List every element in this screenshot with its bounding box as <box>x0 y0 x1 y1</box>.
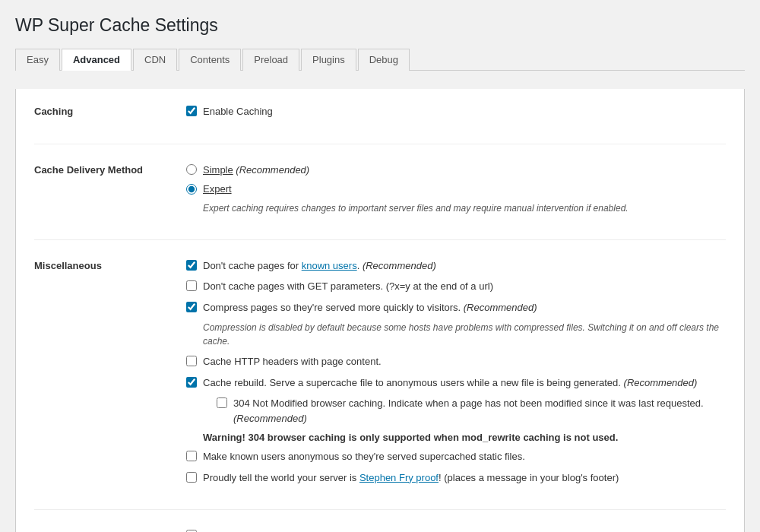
cache-rebuild-text: Cache rebuild. Serve a supercache file t… <box>203 375 697 391</box>
compress-hint: Compression is disabled by default becau… <box>203 321 726 348</box>
tab-plugins[interactable]: Plugins <box>301 49 356 71</box>
simple-label: Simple (Recommended) <box>203 163 309 178</box>
caching-section: Caching Enable Caching <box>34 104 726 144</box>
no-cache-known-users-row: Don't cache pages for known users. (Reco… <box>186 258 726 274</box>
miscellaneous-label: Miscellaneous <box>34 258 186 492</box>
stephen-fry-checkbox[interactable] <box>186 472 197 483</box>
anon-users-checkbox[interactable] <box>186 451 197 461</box>
advanced-section: Advanced Enable dynamic caching. (See FA… <box>34 528 726 532</box>
compress-pages-text: Compress pages so they're served more qu… <box>203 300 537 315</box>
expert-label: Expert <box>203 182 232 197</box>
page-title: WP Super Cache Settings <box>15 15 745 36</box>
expert-radio[interactable] <box>186 184 197 195</box>
tab-easy[interactable]: Easy <box>15 49 60 71</box>
no-cache-known-users-checkbox[interactable] <box>186 260 197 271</box>
caching-label: Caching <box>34 104 186 125</box>
cache-rebuild-row: Cache rebuild. Serve a supercache file t… <box>186 375 726 391</box>
cache-http-headers-checkbox[interactable] <box>186 356 197 366</box>
enable-caching-text: Enable Caching <box>203 104 273 119</box>
stephen-fry-row: Proudly tell the world your server is St… <box>186 470 726 486</box>
tab-debug[interactable]: Debug <box>358 49 410 71</box>
no-cache-get-row: Don't cache pages with GET parameters. (… <box>186 279 726 294</box>
cache-delivery-section: Cache Delivery Method Simple (Recommende… <box>34 163 726 240</box>
known-users-link[interactable]: known users <box>302 260 357 271</box>
tab-contents[interactable]: Contents <box>179 49 241 71</box>
no-cache-get-text: Don't cache pages with GET parameters. (… <box>203 279 493 294</box>
miscellaneous-content: Don't cache pages for known users. (Reco… <box>186 258 726 492</box>
cache-http-headers-text: Cache HTTP headers with page content. <box>203 354 382 369</box>
cache-http-headers-row: Cache HTTP headers with page content. <box>186 354 726 369</box>
tab-preload[interactable]: Preload <box>242 49 299 71</box>
compress-pages-row: Compress pages so they're served more qu… <box>186 300 726 315</box>
not-modified-row: 304 Not Modified browser caching. Indica… <box>217 396 726 426</box>
not-modified-text: 304 Not Modified browser caching. Indica… <box>233 396 726 426</box>
dynamic-caching-row: Enable dynamic caching. (See FAQ or wp-s… <box>186 528 726 532</box>
cache-delivery-label: Cache Delivery Method <box>34 163 186 221</box>
dynamic-caching-text: Enable dynamic caching. (See FAQ or wp-s… <box>203 528 670 532</box>
expert-hint: Expert caching requires changes to impor… <box>203 201 726 215</box>
tab-cdn[interactable]: CDN <box>133 49 177 71</box>
miscellaneous-section: Miscellaneous Don't cache pages for know… <box>34 258 726 511</box>
content-area: Caching Enable Caching Cache Delivery Me… <box>15 89 745 532</box>
tab-advanced[interactable]: Advanced <box>62 49 131 71</box>
expert-radio-row: Expert <box>186 182 726 197</box>
compress-pages-checkbox[interactable] <box>186 302 197 312</box>
stephen-fry-text: Proudly tell the world your server is St… <box>203 470 619 486</box>
caching-content: Enable Caching <box>186 104 726 125</box>
anon-users-row: Make known users anonymous so they're se… <box>186 449 726 464</box>
cache-rebuild-checkbox[interactable] <box>186 377 197 388</box>
cache-delivery-content: Simple (Recommended) Expert Expert cachi… <box>186 163 726 221</box>
simple-radio-row: Simple (Recommended) <box>186 163 726 178</box>
no-cache-known-users-text: Don't cache pages for known users. (Reco… <box>203 258 436 274</box>
advanced-content: Enable dynamic caching. (See FAQ or wp-s… <box>186 528 726 532</box>
advanced-label: Advanced <box>34 528 186 532</box>
enable-caching-checkbox[interactable] <box>186 106 197 116</box>
simple-radio[interactable] <box>186 164 197 175</box>
anon-users-text: Make known users anonymous so they're se… <box>203 449 525 464</box>
warning-304: Warning! 304 browser caching is only sup… <box>203 432 726 443</box>
stephen-fry-link[interactable]: Stephen Fry proof <box>359 472 439 483</box>
no-cache-get-checkbox[interactable] <box>186 280 197 291</box>
tabs-bar: Easy Advanced CDN Contents Preload Plugi… <box>15 48 745 71</box>
not-modified-checkbox[interactable] <box>217 397 227 408</box>
enable-caching-row: Enable Caching <box>186 104 726 119</box>
